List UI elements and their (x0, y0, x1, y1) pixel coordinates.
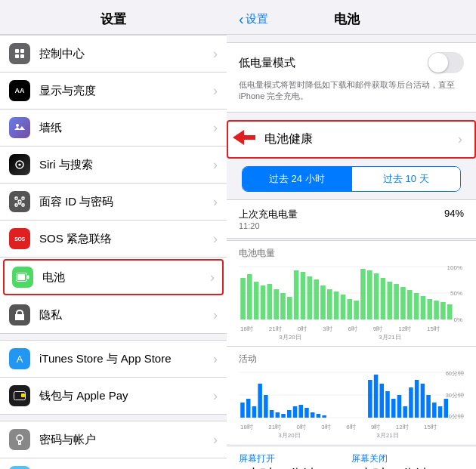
back-chevron-icon: ‹ (239, 11, 244, 28)
low-power-row: 低电量模式 (239, 52, 464, 73)
svg-rect-56 (394, 284, 399, 319)
svg-point-4 (16, 124, 19, 127)
chevron-icon (213, 120, 218, 136)
group-system: 控制中心 AA 显示与亮度 墙纸 Sir (0, 35, 227, 334)
sidebar-item-battery[interactable]: 电池 (3, 259, 224, 295)
tab-10d[interactable]: 过去 10 天 (351, 167, 461, 191)
chevron-icon (213, 194, 218, 210)
y-label-0: 0% (441, 316, 462, 323)
sidebar-item-itunes[interactable]: A iTunes Store 与 App Store (0, 341, 227, 378)
tab-container: 过去 24 小时 过去 10 天 (242, 166, 461, 192)
battery-content: 低电量模式 低电量模式将暂时降低如下载和邮件获取等后台活动，直至 iPhone … (227, 42, 476, 469)
chevron-icon (213, 231, 218, 247)
sidebar-item-sos[interactable]: SOS SOS 紧急联络 (0, 221, 227, 258)
activity-y-labels: 60分钟 30分钟 0分钟 (438, 369, 464, 421)
sidebar-item-display[interactable]: AA 显示与亮度 (0, 73, 227, 110)
screen-stats-section: 屏幕打开 6小时30分钟 屏幕关闭 1小时12分钟 (227, 446, 476, 469)
svg-rect-84 (374, 375, 379, 418)
wallpaper-label: 墙纸 (39, 121, 213, 135)
tab-24h[interactable]: 过去 24 小时 (243, 167, 351, 191)
svg-rect-35 (254, 282, 259, 319)
faceid-label: 面容 ID 与密码 (39, 195, 213, 209)
svg-rect-62 (434, 301, 439, 319)
sidebar-item-faceid[interactable]: 面容 ID 与密码 (0, 184, 227, 221)
screen-on-value: 6小时30分钟 (239, 465, 351, 469)
activity-x-labels: 18时 21时 0时 3时 6时 9时 12时 15时 (239, 421, 464, 431)
x-label-21: 21时 (269, 325, 282, 333)
svg-rect-83 (368, 380, 372, 418)
wallet-label: 钱包与 Apple Pay (39, 389, 213, 403)
settings-group-1: 控制中心 AA 显示与亮度 墙纸 Sir (0, 35, 227, 469)
battery-label: 电池 (42, 270, 210, 285)
last-charge-info: 上次充电电量 11:20 (239, 208, 298, 230)
screen-off-item: 屏幕关闭 1小时12分钟 (351, 452, 464, 469)
y-label-50: 50% (441, 290, 462, 297)
svg-rect-33 (240, 278, 246, 319)
back-button[interactable]: ‹ 设置 (239, 11, 268, 28)
svg-rect-2 (15, 54, 19, 58)
low-power-toggle[interactable] (428, 52, 464, 73)
svg-rect-1 (20, 49, 24, 53)
last-charge-label: 上次充电电量 (239, 208, 298, 221)
time-range-tabs: 过去 24 小时 过去 10 天 (227, 166, 476, 192)
battery-date-labels: 3月20日 3月21日 (239, 333, 464, 346)
sidebar-item-passwords[interactable]: 密码与帐户 (0, 421, 227, 458)
svg-rect-88 (397, 395, 402, 418)
svg-rect-39 (280, 293, 286, 319)
control-center-icon (9, 43, 30, 64)
itunes-label: iTunes Store 与 App Store (39, 352, 213, 366)
svg-rect-86 (385, 391, 390, 418)
svg-rect-55 (387, 282, 392, 319)
faceid-icon (9, 191, 30, 212)
settings-panel: 设置 控制中心 AA 显示与亮度 墙纸 (0, 0, 227, 469)
screen-off-label: 屏幕关闭 (351, 452, 464, 465)
chevron-icon (213, 307, 218, 323)
battery-chart-label: 电池电量 (239, 247, 464, 260)
sos-label: SOS 紧急联络 (39, 232, 213, 246)
activity-chart-svg (239, 369, 464, 421)
sidebar-item-privacy[interactable]: 隐私 (0, 297, 227, 333)
svg-rect-3 (20, 54, 24, 58)
battery-chart-section: 电池电量 (227, 240, 476, 346)
passwords-label: 密码与帐户 (39, 433, 213, 447)
chevron-icon (213, 351, 218, 367)
settings-title: 设置 (0, 0, 227, 35)
svg-rect-47 (334, 292, 339, 319)
svg-rect-40 (287, 297, 292, 319)
y-label-100: 100% (441, 264, 462, 271)
svg-rect-7 (22, 197, 24, 199)
low-power-desc: 低电量模式将暂时降低如下载和邮件获取等后台活动，直至 iPhone 完全充电。 (239, 79, 464, 103)
svg-rect-91 (415, 380, 419, 418)
screen-stats-row: 屏幕打开 6小时30分钟 屏幕关闭 1小时12分钟 (239, 452, 464, 469)
svg-rect-69 (246, 399, 251, 418)
sidebar-item-siri[interactable]: Siri 与搜索 (0, 147, 227, 184)
privacy-label: 隐私 (39, 308, 213, 322)
sidebar-item-control-center[interactable]: 控制中心 (0, 35, 227, 73)
activity-date-labels: 3月20日 3月21日 (239, 431, 464, 444)
control-center-label: 控制中心 (39, 47, 213, 61)
back-label: 设置 (246, 12, 268, 26)
svg-rect-70 (252, 406, 257, 418)
svg-rect-49 (347, 299, 352, 319)
svg-point-18 (19, 442, 20, 443)
last-charge-value: 94% (444, 208, 464, 219)
svg-rect-0 (15, 49, 19, 53)
screen-off-value: 1小时12分钟 (351, 465, 464, 469)
last-charge-row: 上次充电电量 11:20 94% (239, 208, 464, 230)
low-power-section: 低电量模式 低电量模式将暂时降低如下载和邮件获取等后台活动，直至 iPhone … (227, 42, 476, 113)
svg-rect-42 (301, 272, 306, 319)
sidebar-item-wallpaper[interactable]: 墙纸 (0, 110, 227, 147)
battery-health-card[interactable]: 电池健康 (227, 120, 476, 159)
sos-icon: SOS (9, 228, 30, 249)
svg-rect-75 (281, 414, 286, 418)
x-label-3: 3时 (323, 325, 332, 333)
siri-icon (9, 154, 30, 175)
svg-rect-74 (276, 412, 280, 418)
last-charge-section: 上次充电电量 11:20 94% (227, 199, 476, 239)
svg-rect-36 (261, 285, 266, 319)
sidebar-item-mail[interactable]: 邮件 (0, 458, 227, 469)
sidebar-item-wallet[interactable]: 钱包与 Apple Pay (0, 378, 227, 414)
y-label-0min: 0分钟 (438, 413, 464, 421)
svg-rect-92 (421, 384, 425, 418)
battery-health-wrapper: 电池健康 (227, 120, 476, 159)
